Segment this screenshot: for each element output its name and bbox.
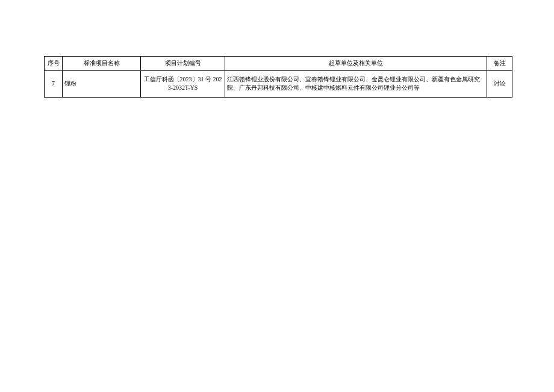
header-note: 备注	[487, 57, 512, 71]
table-header-row: 序号 标准项目名称 项目计划编号 起草单位及相关单位 备注	[45, 57, 512, 71]
header-plan: 项目计划编号	[141, 57, 225, 71]
cell-seq: 7	[45, 70, 63, 97]
document-page: 序号 标准项目名称 项目计划编号 起草单位及相关单位 备注 7 锂粉 工信厅科函…	[0, 0, 554, 392]
standards-table: 序号 标准项目名称 项目计划编号 起草单位及相关单位 备注 7 锂粉 工信厅科函…	[44, 56, 512, 98]
header-units: 起草单位及相关单位	[225, 57, 487, 71]
cell-units: 江西赣锋锂业股份有限公司、宜春赣锋锂业有限公司、金昆仑锂业有限公司、新疆有色金属…	[225, 70, 487, 97]
cell-plan: 工信厅科函〔2023〕31 号 2023-2032T-YS	[141, 70, 225, 97]
header-name: 标准项目名称	[63, 57, 141, 71]
table-row: 7 锂粉 工信厅科函〔2023〕31 号 2023-2032T-YS 江西赣锋锂…	[45, 70, 512, 97]
cell-name: 锂粉	[63, 70, 141, 97]
header-seq: 序号	[45, 57, 63, 71]
cell-note: 讨论	[487, 70, 512, 97]
